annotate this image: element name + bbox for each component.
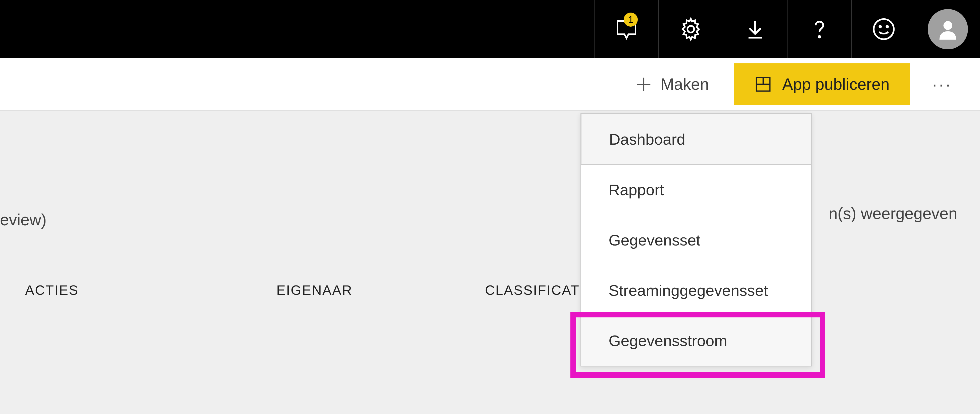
publish-label: App publiceren xyxy=(782,75,889,94)
items-shown-fragment: n(s) weergegeven xyxy=(829,204,958,223)
create-button[interactable]: Maken xyxy=(627,70,716,99)
more-options-button[interactable]: ··· xyxy=(927,74,958,94)
notifications-button[interactable]: 1 xyxy=(594,0,659,58)
dropdown-item-streaminggegevensset[interactable]: Streaminggegevensset xyxy=(581,265,811,316)
ellipsis-icon: ··· xyxy=(932,74,953,94)
help-button[interactable] xyxy=(787,0,851,58)
column-header-classificat[interactable]: CLASSIFICAT xyxy=(485,282,580,298)
help-icon xyxy=(808,17,831,42)
svg-point-6 xyxy=(886,26,888,27)
dropdown-item-dashboard[interactable]: Dashboard xyxy=(581,113,811,165)
create-label: Maken xyxy=(660,75,709,94)
feedback-button[interactable] xyxy=(851,0,916,58)
dropdown-item-gegevensset[interactable]: Gegevensset xyxy=(581,215,811,265)
notification-badge: 1 xyxy=(624,13,638,27)
person-icon xyxy=(935,17,960,42)
svg-point-7 xyxy=(943,21,952,30)
settings-button[interactable] xyxy=(659,0,723,58)
create-dropdown-menu: Dashboard Rapport Gegevensset Streamingg… xyxy=(581,113,811,366)
download-icon xyxy=(744,18,767,40)
svg-point-4 xyxy=(874,19,894,39)
svg-point-5 xyxy=(880,26,881,27)
dropdown-item-gegevensstroom[interactable]: Gegevensstroom xyxy=(581,316,811,366)
svg-point-3 xyxy=(819,36,820,37)
svg-point-0 xyxy=(687,26,694,33)
download-button[interactable] xyxy=(723,0,787,58)
avatar xyxy=(928,9,968,49)
preview-text-fragment: eview) xyxy=(0,211,46,229)
toolbar: Maken App publiceren ··· xyxy=(0,58,980,111)
column-header-eigenaar[interactable]: EIGENAAR xyxy=(277,282,353,298)
smiley-icon xyxy=(872,17,896,41)
account-button[interactable] xyxy=(916,0,980,58)
plus-icon xyxy=(635,75,652,93)
dropdown-item-rapport[interactable]: Rapport xyxy=(581,165,811,215)
column-header-acties[interactable]: ACTIES xyxy=(25,282,79,298)
publish-app-button[interactable]: App publiceren xyxy=(734,63,910,105)
gear-icon xyxy=(678,17,703,42)
app-grid-icon xyxy=(754,75,772,93)
content-area: eview) n(s) weergegeven ACTIES EIGENAAR … xyxy=(0,111,980,414)
top-navbar: 1 xyxy=(0,0,980,58)
